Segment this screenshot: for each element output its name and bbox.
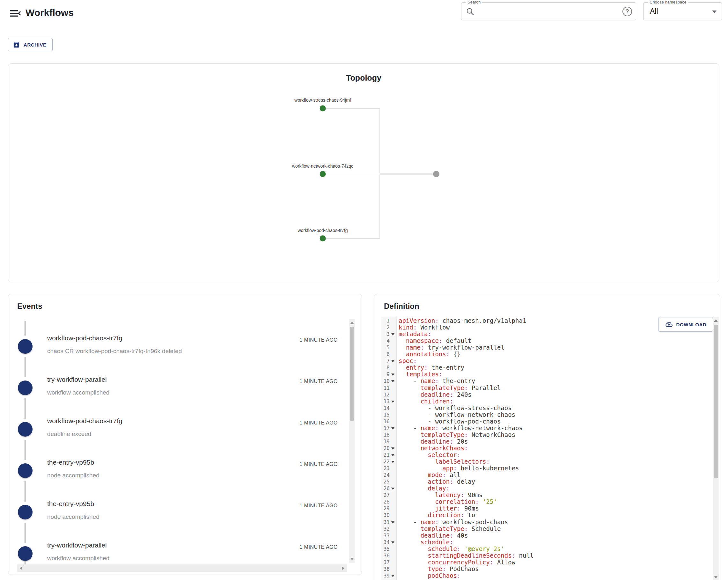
- editor-line-number: 20: [381, 445, 390, 451]
- editor-line-number: 8: [381, 364, 390, 371]
- code-line: deadline: 20s: [398, 438, 710, 445]
- code-line: labelSelectors:: [398, 458, 710, 465]
- workflow-node-end[interactable]: [433, 171, 439, 177]
- events-horizontal-scrollbar[interactable]: [17, 564, 347, 572]
- editor-line-number: 1: [381, 317, 390, 324]
- editor-line-number: 7: [381, 358, 390, 364]
- fold-arrow-icon[interactable]: [391, 542, 394, 544]
- event-timestamp: 1 MINUTE AGO: [300, 420, 338, 426]
- fold-arrow-icon[interactable]: [391, 333, 394, 336]
- editor-line-number: 35: [381, 546, 390, 552]
- event-marker-icon: [18, 546, 32, 561]
- fold-arrow-icon[interactable]: [391, 447, 394, 450]
- code-line: selector:: [398, 451, 710, 458]
- code-line: children:: [398, 398, 710, 405]
- editor-line-number: 13: [381, 398, 390, 405]
- event-timestamp: 1 MINUTE AGO: [300, 462, 338, 467]
- archive-button[interactable]: ARCHIVE: [8, 38, 53, 51]
- workflow-node-pod-chaos[interactable]: [320, 236, 326, 242]
- fold-arrow-icon[interactable]: [391, 488, 394, 490]
- editor-line-number: 23: [381, 465, 390, 472]
- editor-line-number: 14: [381, 405, 390, 411]
- code-line: - workflow-pod-chaos: [398, 418, 710, 425]
- fold-arrow-icon[interactable]: [391, 521, 394, 524]
- namespace-select[interactable]: Choose namespace All: [643, 2, 722, 20]
- fold-arrow-icon[interactable]: [391, 461, 394, 463]
- code-line: schedule:: [398, 539, 710, 546]
- editor-line-number: 26: [381, 485, 390, 492]
- editor-line-number: 15: [381, 411, 390, 418]
- workflow-node-label: workflow-pod-chaos-tr7fg: [275, 228, 370, 233]
- sidebar-toggle-button[interactable]: [9, 7, 22, 20]
- fold-arrow-icon[interactable]: [391, 401, 394, 403]
- event-timestamp: 1 MINUTE AGO: [300, 337, 338, 343]
- event-name: workflow-pod-chaos-tr7fg: [47, 417, 123, 425]
- event-name: workflow-pod-chaos-tr7fg: [47, 334, 123, 342]
- editor-line-number: 32: [381, 525, 390, 532]
- code-line: - workflow-stress-chaos: [398, 405, 710, 411]
- code-line: deadline: 240s: [398, 391, 710, 398]
- code-line: concurrencyPolicy: Allow: [398, 559, 710, 565]
- code-line: - name: the-entry: [398, 378, 710, 384]
- editor-line-number: 27: [381, 492, 390, 498]
- events-vertical-scrollbar[interactable]: [349, 319, 355, 563]
- search-help-icon[interactable]: ?: [622, 7, 632, 16]
- search-field: Search ?: [461, 2, 636, 20]
- event-marker-icon: [18, 381, 32, 395]
- fold-arrow-icon[interactable]: [391, 575, 394, 577]
- archive-button-label: ARCHIVE: [24, 42, 47, 48]
- event-list-item: try-workflow-parallelworkflow accomplish…: [8, 369, 362, 410]
- search-input[interactable]: [478, 5, 599, 18]
- editor-line-number: 22: [381, 458, 390, 465]
- editor-line-number: 29: [381, 505, 390, 512]
- editor-line-number: 24: [381, 472, 390, 478]
- cloud-download-icon: [665, 321, 673, 329]
- editor-line-number: 25: [381, 478, 390, 485]
- code-line: delay:: [398, 485, 710, 492]
- fold-arrow-icon[interactable]: [391, 380, 394, 382]
- code-line: templateType: Parallel: [398, 385, 710, 391]
- event-marker-icon: [18, 422, 32, 437]
- code-line: app: hello-kubernetes: [398, 465, 710, 472]
- editor-line-number: 28: [381, 498, 390, 505]
- editor-line-number: 4: [381, 337, 390, 344]
- code-line: startingDeadlineSeconds: null: [398, 552, 710, 559]
- timeline-connector: [25, 561, 26, 564]
- event-list-item: the-entry-vp95bnode accomplished1 MINUTE…: [8, 493, 362, 534]
- fold-arrow-icon[interactable]: [391, 374, 394, 376]
- yaml-editor[interactable]: 1apiVersion: chaos-mesh.org/v1alpha12kin…: [374, 317, 720, 580]
- editor-line-number: 3: [381, 331, 390, 337]
- code-line: - name: workflow-pod-chaos: [398, 519, 710, 525]
- editor-line-number: 12: [381, 391, 390, 398]
- editor-line-number: 31: [381, 519, 390, 525]
- download-button[interactable]: DOWNLOAD: [658, 317, 713, 332]
- code-line: jitter: 90ms: [398, 505, 710, 512]
- workflow-node-network-chaos[interactable]: [320, 171, 326, 177]
- fold-arrow-icon[interactable]: [391, 427, 394, 430]
- events-panel: Events workflow-pod-chaos-tr7fgchaos CR …: [8, 294, 362, 575]
- code-line: - name: workflow-network-chaos: [398, 425, 710, 432]
- fold-arrow-icon[interactable]: [391, 454, 394, 457]
- event-marker-icon: [18, 463, 32, 478]
- page-title: Workflows: [26, 6, 74, 19]
- code-line: templates:: [398, 371, 710, 378]
- editor-line-number: 11: [381, 385, 390, 391]
- code-line: - workflow-network-chaos: [398, 411, 710, 418]
- code-line: entry: the-entry: [398, 364, 710, 371]
- events-title: Events: [17, 302, 43, 311]
- workflow-node-stress-chaos[interactable]: [320, 106, 326, 112]
- editor-line-number: 37: [381, 559, 390, 565]
- download-button-label: DOWNLOAD: [676, 322, 707, 327]
- editor-line-number: 9: [381, 371, 390, 378]
- editor-line-number: 34: [381, 539, 390, 546]
- event-message: node accomplished: [47, 472, 100, 479]
- event-message: workflow accomplished: [47, 389, 109, 396]
- editor-line-number: 30: [381, 512, 390, 519]
- event-message: workflow accomplished: [47, 555, 109, 562]
- definition-vertical-scrollbar[interactable]: [713, 317, 719, 580]
- workflow-node-label: workflow-network-chaos-74zqc: [275, 164, 370, 169]
- definition-panel: Definition DOWNLOAD 1apiVersion: chaos-m…: [374, 294, 720, 580]
- fold-arrow-icon[interactable]: [391, 360, 394, 362]
- code-line: spec:: [398, 358, 710, 364]
- definition-title: Definition: [384, 302, 419, 311]
